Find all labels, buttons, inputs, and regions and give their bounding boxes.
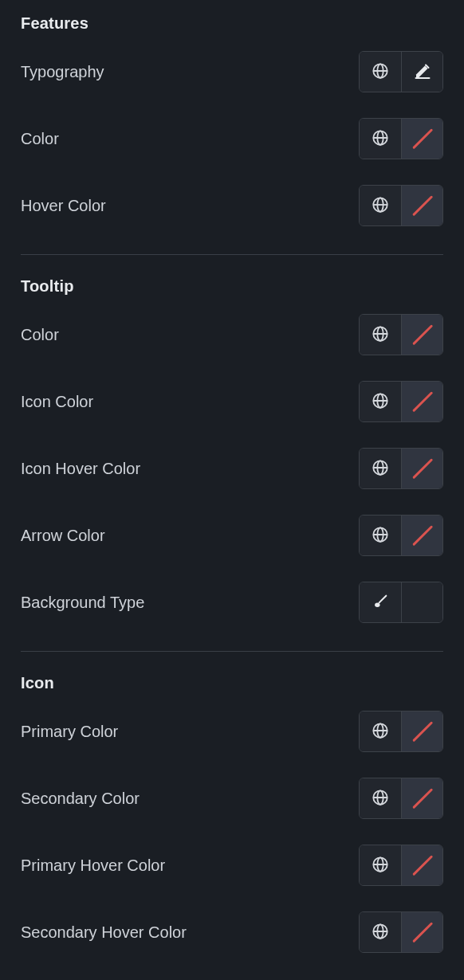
section-features: Features Typography xyxy=(21,14,443,248)
controls-features-color xyxy=(359,118,443,159)
color-swatch-tooltip-arrow-color[interactable] xyxy=(401,515,442,555)
label-icon-secondary-hover-color: Secondary Hover Color xyxy=(21,923,187,942)
btn-group-tooltip-icon-color xyxy=(359,381,443,422)
row-tooltip-arrow-color: Arrow Color xyxy=(21,514,443,557)
globe-button-features-hover-color[interactable] xyxy=(360,186,401,225)
controls-tooltip-arrow-color xyxy=(359,515,443,556)
globe-icon xyxy=(372,392,389,412)
row-icon-primary-color: Primary Color xyxy=(21,710,443,753)
label-typography: Typography xyxy=(21,63,104,81)
section-title-features: Features xyxy=(21,14,443,33)
controls-features-hover-color xyxy=(359,185,443,226)
globe-button-features-color[interactable] xyxy=(360,119,401,159)
globe-icon xyxy=(372,923,389,943)
svg-point-22 xyxy=(375,602,379,607)
background-gradient-button[interactable] xyxy=(401,582,442,622)
btn-group-typography xyxy=(359,51,443,92)
row-icon-primary-hover-color: Primary Hover Color xyxy=(21,844,443,887)
color-swatch-tooltip-icon-hover-color[interactable] xyxy=(401,449,442,488)
label-features-color: Color xyxy=(21,130,59,148)
globe-button-icon-primary-hover-color[interactable] xyxy=(360,845,401,885)
label-tooltip-icon-hover-color: Icon Hover Color xyxy=(21,460,140,478)
globe-icon xyxy=(372,856,389,876)
globe-icon xyxy=(372,62,389,82)
btn-group-icon-secondary-color xyxy=(359,778,443,819)
label-tooltip-icon-color: Icon Color xyxy=(21,393,93,411)
controls-icon-secondary-hover-color xyxy=(359,911,443,953)
btn-group-tooltip-icon-hover-color xyxy=(359,448,443,489)
globe-icon xyxy=(372,722,389,742)
color-swatch-icon-primary-color[interactable] xyxy=(401,711,442,751)
row-icon-secondary-color: Secondary Color xyxy=(21,777,443,820)
pencil-icon xyxy=(413,61,432,83)
globe-icon xyxy=(372,459,389,479)
section-title-icon: Icon xyxy=(21,674,443,692)
btn-group-tooltip-background-type xyxy=(359,582,443,623)
controls-tooltip-background-type xyxy=(359,582,443,623)
color-swatch-features-hover-color[interactable] xyxy=(401,186,442,225)
label-tooltip-background-type: Background Type xyxy=(21,594,144,612)
label-tooltip-color: Color xyxy=(21,326,59,344)
edit-button-typography[interactable] xyxy=(401,52,442,92)
btn-group-icon-secondary-hover-color xyxy=(359,911,443,953)
controls-icon-secondary-color xyxy=(359,778,443,819)
label-features-hover-color: Hover Color xyxy=(21,197,106,215)
row-features-hover-color: Hover Color xyxy=(21,184,443,227)
color-swatch-features-color[interactable] xyxy=(401,119,442,159)
controls-tooltip-icon-hover-color xyxy=(359,448,443,489)
btn-group-features-hover-color xyxy=(359,185,443,226)
label-icon-primary-hover-color: Primary Hover Color xyxy=(21,857,165,875)
globe-button-typography[interactable] xyxy=(360,52,401,92)
label-icon-secondary-color: Secondary Color xyxy=(21,790,140,808)
globe-button-icon-primary-color[interactable] xyxy=(360,711,401,751)
globe-button-tooltip-icon-hover-color[interactable] xyxy=(360,449,401,488)
controls-typography xyxy=(359,51,443,92)
section-title-tooltip: Tooltip xyxy=(21,277,443,296)
row-icon-secondary-hover-color: Secondary Hover Color xyxy=(21,911,443,954)
controls-icon-primary-hover-color xyxy=(359,845,443,886)
brush-icon xyxy=(372,593,389,613)
style-panel: Features Typography xyxy=(0,0,464,980)
section-icon: Icon Primary Color xyxy=(21,651,443,974)
globe-button-icon-secondary-color[interactable] xyxy=(360,778,401,818)
color-swatch-icon-primary-hover-color[interactable] xyxy=(401,845,442,885)
globe-button-icon-secondary-hover-color[interactable] xyxy=(360,912,401,952)
row-features-color: Color xyxy=(21,117,443,160)
controls-icon-primary-color xyxy=(359,711,443,752)
row-tooltip-color: Color xyxy=(21,313,443,356)
label-icon-primary-color: Primary Color xyxy=(21,723,118,741)
row-tooltip-icon-color: Icon Color xyxy=(21,380,443,423)
controls-tooltip-color xyxy=(359,314,443,355)
globe-button-tooltip-color[interactable] xyxy=(360,315,401,355)
label-tooltip-arrow-color: Arrow Color xyxy=(21,527,105,545)
btn-group-icon-primary-color xyxy=(359,711,443,752)
btn-group-features-color xyxy=(359,118,443,159)
section-tooltip: Tooltip Color xyxy=(21,254,443,645)
globe-icon xyxy=(372,526,389,546)
controls-tooltip-icon-color xyxy=(359,381,443,422)
globe-button-tooltip-icon-color[interactable] xyxy=(360,382,401,421)
globe-icon xyxy=(372,129,389,149)
btn-group-tooltip-arrow-color xyxy=(359,515,443,556)
row-typography: Typography xyxy=(21,50,443,93)
globe-icon xyxy=(372,196,389,216)
btn-group-icon-primary-hover-color xyxy=(359,845,443,886)
globe-icon xyxy=(372,325,389,345)
background-classic-button[interactable] xyxy=(360,582,401,622)
globe-icon xyxy=(372,789,389,809)
btn-group-tooltip-color xyxy=(359,314,443,355)
color-swatch-tooltip-color[interactable] xyxy=(401,315,442,355)
color-swatch-icon-secondary-hover-color[interactable] xyxy=(401,912,442,952)
row-tooltip-background-type: Background Type xyxy=(21,581,443,624)
color-swatch-icon-secondary-color[interactable] xyxy=(401,778,442,818)
color-swatch-tooltip-icon-color[interactable] xyxy=(401,382,442,421)
row-tooltip-icon-hover-color: Icon Hover Color xyxy=(21,447,443,490)
globe-button-tooltip-arrow-color[interactable] xyxy=(360,515,401,555)
